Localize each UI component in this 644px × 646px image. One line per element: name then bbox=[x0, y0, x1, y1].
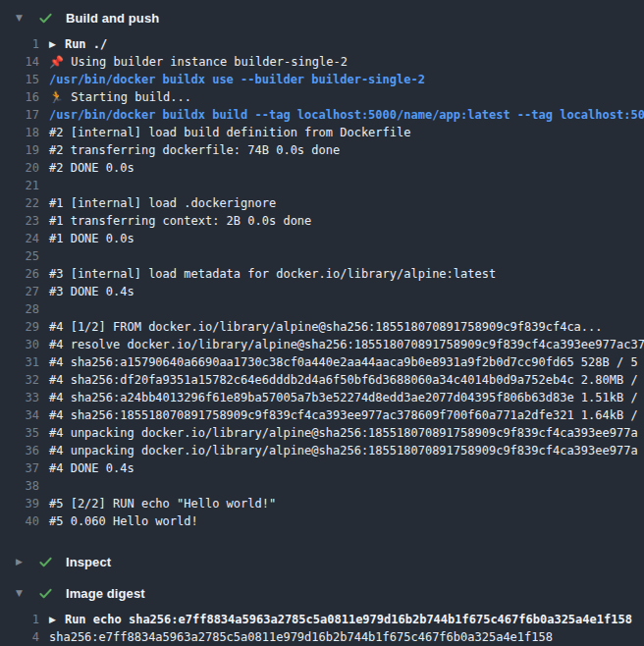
log-lines-build-and-push: 1▶Run ./14📌 Using builder instance build… bbox=[0, 35, 644, 530]
log-text: #1 DONE 0.0s bbox=[49, 230, 134, 247]
line-number-link[interactable]: 23 bbox=[0, 212, 39, 230]
log-line: 33#4 sha256:a24bb4013296f61e89ba57005a7b… bbox=[0, 389, 644, 406]
log-text: ▶Run ./ bbox=[49, 35, 107, 53]
log-line: 32#4 sha256:df20fa9351a15782c64e6dddb2d4… bbox=[0, 371, 644, 389]
log-text: #4 DONE 0.4s bbox=[49, 459, 134, 477]
line-number-link[interactable]: 28 bbox=[0, 300, 39, 318]
section-title: Image digest bbox=[66, 586, 145, 601]
log-line: 14📌 Using builder instance builder-singl… bbox=[0, 53, 644, 71]
log-text: #2 DONE 0.0s bbox=[49, 159, 134, 177]
section-header-build-and-push[interactable]: ▼Build and push bbox=[0, 8, 644, 27]
log-text: #3 DONE 0.4s bbox=[49, 283, 134, 300]
line-number-link[interactable]: 1 bbox=[0, 35, 39, 53]
log-line: 38 bbox=[0, 477, 644, 495]
log-text: #5 0.060 Hello world! bbox=[49, 512, 198, 530]
line-number-link[interactable]: 25 bbox=[0, 247, 39, 265]
line-number-link[interactable]: 19 bbox=[0, 141, 39, 159]
chevron-down-icon[interactable]: ▼ bbox=[16, 13, 26, 23]
log-line: 15/usr/bin/docker buildx use --builder b… bbox=[0, 71, 644, 88]
log-text: #5 [2/2] RUN echo "Hello world!" bbox=[49, 495, 276, 512]
log-line: 39#5 [2/2] RUN echo "Hello world!" bbox=[0, 495, 644, 512]
success-check-icon bbox=[38, 555, 53, 569]
section-header-inspect[interactable]: ▶Inspect bbox=[0, 552, 644, 571]
log-text: Run ./ bbox=[65, 37, 107, 51]
line-number-link[interactable]: 30 bbox=[0, 336, 39, 353]
line-number-link[interactable]: 27 bbox=[0, 283, 39, 300]
log-text: #1 [internal] load .dockerignore bbox=[49, 194, 276, 212]
line-number-link[interactable]: 15 bbox=[0, 71, 39, 88]
log-command-text: /usr/bin/docker buildx build --tag local… bbox=[49, 106, 644, 124]
log-text: #4 sha256:185518070891758909c9f839cf4ca3… bbox=[49, 406, 638, 424]
log-line: 29#4 [1/2] FROM docker.io/library/alpine… bbox=[0, 318, 644, 336]
line-number-link[interactable]: 38 bbox=[0, 477, 39, 495]
chevron-down-icon[interactable]: ▼ bbox=[16, 588, 26, 598]
log-text: sha256:e7ff8834a5963a2785c5a0811e979d16b… bbox=[49, 628, 553, 646]
line-number-link[interactable]: 1 bbox=[0, 611, 39, 628]
log-line: 20#2 DONE 0.0s bbox=[0, 159, 644, 177]
log-line: 30#4 resolve docker.io/library/alpine@sh… bbox=[0, 336, 644, 353]
log-line: 26#3 [internal] load metadata for docker… bbox=[0, 265, 644, 283]
log-text: #4 sha256:a24bb4013296f61e89ba57005a7b3e… bbox=[49, 389, 638, 406]
group-toggle-icon[interactable]: ▶ bbox=[49, 611, 56, 628]
log-line: 37#4 DONE 0.4s bbox=[0, 459, 644, 477]
line-number-link[interactable]: 31 bbox=[0, 353, 39, 371]
log-line: 25 bbox=[0, 247, 644, 265]
line-number-link[interactable]: 39 bbox=[0, 495, 39, 512]
line-number-link[interactable]: 36 bbox=[0, 442, 39, 459]
success-check-icon bbox=[38, 586, 53, 601]
line-number-link[interactable]: 32 bbox=[0, 371, 39, 389]
line-number-link[interactable]: 20 bbox=[0, 159, 39, 177]
line-number-link[interactable]: 18 bbox=[0, 124, 39, 141]
log-text: #3 [internal] load metadata for docker.i… bbox=[49, 265, 496, 283]
section-header-image-digest[interactable]: ▼Image digest bbox=[0, 583, 644, 603]
group-toggle-icon[interactable]: ▶ bbox=[49, 35, 56, 53]
line-number-link[interactable]: 26 bbox=[0, 265, 39, 283]
log-text: #4 unpacking docker.io/library/alpine@sh… bbox=[49, 442, 638, 459]
log-command-text: /usr/bin/docker buildx use --builder bui… bbox=[49, 71, 425, 88]
log-text: #4 sha256:df20fa9351a15782c64e6dddb2d4a6… bbox=[49, 371, 638, 389]
section-gap bbox=[0, 571, 644, 583]
actions-log-viewer: ▼Build and push1▶Run ./14📌 Using builder… bbox=[0, 0, 644, 646]
log-line: 19#2 transferring dockerfile: 74B 0.0s d… bbox=[0, 141, 644, 159]
log-text: #4 [1/2] FROM docker.io/library/alpine@s… bbox=[49, 318, 603, 336]
line-number-link[interactable]: 16 bbox=[0, 88, 39, 106]
line-number-link[interactable]: 40 bbox=[0, 512, 39, 530]
line-number-link[interactable]: 24 bbox=[0, 230, 39, 247]
section-gap bbox=[0, 540, 644, 552]
line-number-link[interactable]: 37 bbox=[0, 459, 39, 477]
line-number-link[interactable]: 33 bbox=[0, 389, 39, 406]
section-title: Inspect bbox=[66, 555, 111, 569]
line-number-link[interactable]: 21 bbox=[0, 177, 39, 194]
line-number-link[interactable]: 35 bbox=[0, 424, 39, 442]
line-number-link[interactable]: 4 bbox=[0, 628, 39, 646]
line-number-link[interactable]: 34 bbox=[0, 406, 39, 424]
line-number-link[interactable]: 22 bbox=[0, 194, 39, 212]
line-number-link[interactable]: 29 bbox=[0, 318, 39, 336]
line-number-link[interactable]: 17 bbox=[0, 106, 39, 124]
log-text: #2 [internal] load build definition from… bbox=[49, 124, 410, 141]
log-line: 36#4 unpacking docker.io/library/alpine@… bbox=[0, 442, 644, 459]
log-text: #2 transferring dockerfile: 74B 0.0s don… bbox=[49, 141, 340, 159]
line-number-link[interactable]: 14 bbox=[0, 53, 39, 71]
log-line: 18#2 [internal] load build definition fr… bbox=[0, 124, 644, 141]
log-text: 📌 Using builder instance builder-single-… bbox=[49, 53, 348, 71]
section-title: Build and push bbox=[66, 11, 159, 26]
log-text: #4 resolve docker.io/library/alpine@sha2… bbox=[49, 336, 644, 353]
log-line: 31#4 sha256:a15790640a6690aa1730c38cf0a4… bbox=[0, 353, 644, 371]
log-line: 1▶Run ./ bbox=[0, 35, 644, 53]
log-line: 27#3 DONE 0.4s bbox=[0, 283, 644, 300]
log-line: 16🏃 Starting build... bbox=[0, 88, 644, 106]
log-text: 🏃 Starting build... bbox=[49, 88, 191, 106]
log-line: 35#4 unpacking docker.io/library/alpine@… bbox=[0, 424, 644, 442]
log-text: ▶Run echo sha256:e7ff8834a5963a2785c5a08… bbox=[49, 611, 632, 628]
log-line: 22#1 [internal] load .dockerignore bbox=[0, 194, 644, 212]
success-check-icon bbox=[38, 11, 53, 26]
log-text: #4 unpacking docker.io/library/alpine@sh… bbox=[49, 424, 638, 442]
log-line: 1▶Run echo sha256:e7ff8834a5963a2785c5a0… bbox=[0, 611, 644, 628]
log-line: 23#1 transferring context: 2B 0.0s done bbox=[0, 212, 644, 230]
log-line: 40#5 0.060 Hello world! bbox=[0, 512, 644, 530]
log-lines-image-digest: 1▶Run echo sha256:e7ff8834a5963a2785c5a0… bbox=[0, 611, 644, 646]
chevron-right-icon[interactable]: ▶ bbox=[16, 557, 26, 566]
log-line: 34#4 sha256:185518070891758909c9f839cf4c… bbox=[0, 406, 644, 424]
log-text: #1 transferring context: 2B 0.0s done bbox=[49, 212, 311, 230]
